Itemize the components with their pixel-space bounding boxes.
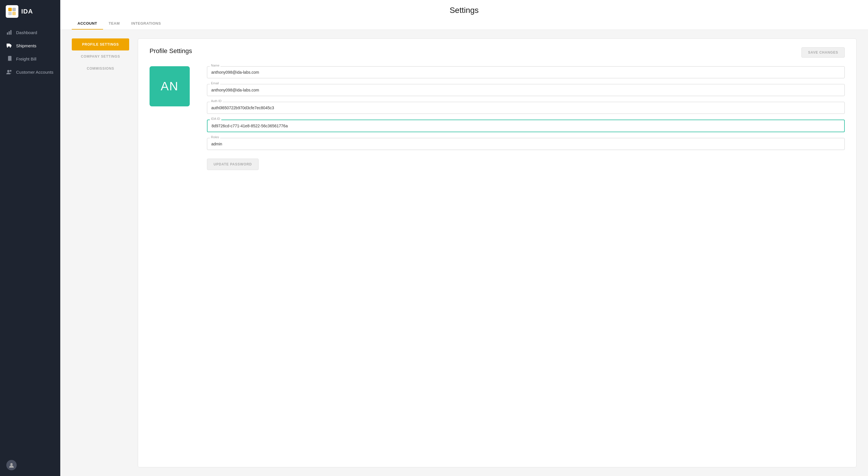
email-field-group: Email: [207, 84, 845, 96]
roles-field-group: Roles: [207, 138, 845, 150]
auth-id-field-group: Auth ID: [207, 102, 845, 114]
logo-icon: [6, 5, 19, 18]
profile-settings-panel: Profile Settings SAVE CHANGES AN Name: [138, 38, 857, 467]
roles-input[interactable]: [207, 138, 845, 150]
user-avatar-small[interactable]: [6, 460, 17, 470]
profile-content: AN Name Email Auth ID: [150, 66, 845, 170]
name-input[interactable]: [207, 66, 845, 78]
sidebar-item-freight-bill-label: Freight Bill: [16, 57, 36, 61]
tab-team[interactable]: TEAM: [103, 18, 126, 30]
panel-header: Profile Settings SAVE CHANGES: [150, 47, 845, 58]
svg-point-10: [10, 70, 11, 72]
company-settings-link[interactable]: COMPANY SETTINGS: [72, 50, 129, 63]
svg-rect-2: [8, 12, 12, 15]
ida-id-input[interactable]: [207, 120, 845, 132]
settings-left-panel: PROFILE SETTINGS COMPANY SETTINGS COMMIS…: [72, 38, 129, 467]
tab-account[interactable]: ACCOUNT: [72, 18, 103, 30]
tabs: ACCOUNT TEAM INTEGRATIONS: [72, 18, 857, 30]
update-password-button[interactable]: UPDATE PASSWORD: [207, 159, 259, 170]
avatar: AN: [150, 66, 190, 106]
commissions-link[interactable]: COMMISSIONS: [72, 63, 129, 74]
name-field-group: Name: [207, 66, 845, 78]
svg-rect-5: [9, 31, 10, 35]
users-icon: [6, 69, 12, 75]
fields-section: Name Email Auth ID IDA ID: [207, 66, 845, 170]
email-label: Email: [210, 81, 220, 85]
svg-point-7: [7, 46, 8, 47]
ida-id-label: IDA ID: [210, 117, 221, 121]
sidebar-nav: Dashboard Shipments Freight Bill: [0, 23, 60, 454]
svg-point-11: [10, 463, 12, 465]
panel-title: Profile Settings: [150, 47, 192, 55]
sidebar-footer: [0, 454, 60, 476]
svg-point-8: [10, 46, 11, 47]
svg-rect-3: [12, 12, 16, 15]
email-input[interactable]: [207, 84, 845, 96]
auth-id-label: Auth ID: [210, 99, 223, 103]
sidebar-item-shipments[interactable]: Shipments: [0, 39, 60, 52]
main-content: Settings ACCOUNT TEAM INTEGRATIONS PROFI…: [60, 0, 868, 476]
ida-id-field-group: IDA ID: [207, 120, 845, 132]
tab-integrations[interactable]: INTEGRATIONS: [125, 18, 166, 30]
sidebar-item-customer-accounts[interactable]: Customer Accounts: [0, 65, 60, 78]
header: Settings ACCOUNT TEAM INTEGRATIONS: [60, 0, 868, 30]
page-title: Settings: [72, 0, 857, 18]
avatar-section: AN: [150, 66, 190, 106]
sidebar-item-dashboard[interactable]: Dashboard: [0, 26, 60, 39]
svg-rect-4: [7, 32, 8, 35]
logo-text: IDA: [21, 8, 33, 15]
roles-label: Roles: [210, 135, 220, 139]
name-label: Name: [210, 64, 220, 67]
svg-point-9: [7, 70, 9, 72]
sidebar-logo: IDA: [0, 0, 60, 23]
sidebar-item-shipments-label: Shipments: [16, 43, 36, 48]
svg-rect-6: [10, 30, 11, 35]
chart-bar-icon: [6, 30, 12, 35]
sidebar: IDA Dashboard Shipments: [0, 0, 60, 476]
content-area: PROFILE SETTINGS COMPANY SETTINGS COMMIS…: [60, 30, 868, 476]
svg-rect-0: [8, 8, 12, 11]
receipt-icon: [6, 56, 12, 62]
profile-settings-button[interactable]: PROFILE SETTINGS: [72, 38, 129, 50]
sidebar-item-freight-bill[interactable]: Freight Bill: [0, 52, 60, 65]
save-changes-button[interactable]: SAVE CHANGES: [801, 47, 845, 58]
sidebar-item-dashboard-label: Dashboard: [16, 30, 37, 35]
sidebar-item-customer-accounts-label: Customer Accounts: [16, 70, 53, 74]
svg-rect-1: [12, 8, 16, 11]
truck-icon: [6, 43, 12, 48]
auth-id-input[interactable]: [207, 102, 845, 114]
